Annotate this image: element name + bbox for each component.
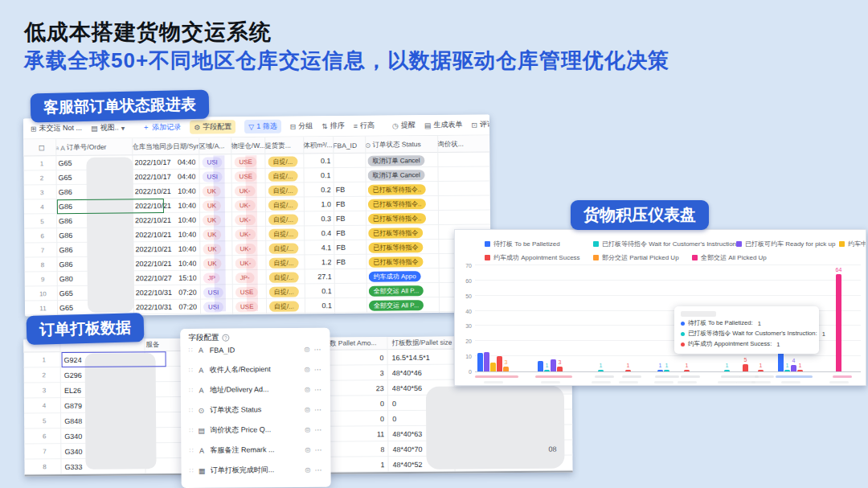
eye-icon[interactable]: ◎ <box>305 406 310 413</box>
pickup-cell[interactable]: 自提/... <box>269 298 305 313</box>
more-icon[interactable]: ⋯ <box>314 385 322 393</box>
volume-cell[interactable]: 1.2 <box>304 255 331 269</box>
row-number-cell[interactable]: 7 <box>28 243 56 257</box>
chart-bar[interactable] <box>791 365 796 371</box>
drag-handle-icon[interactable]: ∷ <box>189 387 193 394</box>
column-header[interactable]: 提货责... <box>264 137 303 154</box>
row-number-cell[interactable]: 5 <box>28 413 60 429</box>
volume-cell[interactable]: 0.1 <box>303 154 330 168</box>
chart-bar[interactable] <box>598 370 604 371</box>
chart-bar[interactable] <box>664 370 669 371</box>
eye-icon[interactable]: ◎ <box>305 366 310 373</box>
legend-item[interactable]: 已打板等待指令 Wait for Customer's Instruction <box>593 240 736 248</box>
volume-cell[interactable]: 0.1 <box>305 298 332 313</box>
drag-handle-icon[interactable]: ∷ <box>189 367 193 374</box>
field-config-item[interactable]: ∷▤询价状态 Price Q...◎⋯ <box>181 420 330 441</box>
eye-icon[interactable]: ◎ <box>305 466 311 474</box>
chart-bar[interactable] <box>490 363 496 371</box>
volume-cell[interactable]: 4.1 <box>304 240 331 255</box>
volume-cell[interactable]: 0.3 <box>304 211 331 226</box>
fba-id-cell[interactable] <box>337 284 366 298</box>
toolbar-sort-button[interactable]: ⇅排序 <box>321 121 345 131</box>
toolbar-remind-button[interactable]: ◷提醒 <box>392 120 416 130</box>
row-number-cell[interactable]: 6 <box>28 429 60 444</box>
toolbar-view-switcher-button[interactable]: ▤视图..▾ <box>91 122 125 133</box>
legend-item[interactable]: 全部交运 All Picked Up <box>692 253 767 262</box>
chart-bar[interactable] <box>784 370 790 371</box>
more-icon[interactable]: ⋯ <box>314 365 322 373</box>
row-number-cell[interactable]: 2 <box>28 367 60 383</box>
status-cell[interactable]: 已打板等待指令.. <box>368 196 437 211</box>
chart-bar[interactable] <box>538 361 543 371</box>
volume-cell[interactable]: 1.0 <box>304 197 331 211</box>
pickup-cell[interactable]: 自提/... <box>268 226 304 240</box>
pickup-cell[interactable]: 自提/... <box>269 269 305 284</box>
legend-item[interactable]: 待打板 To be Palletized <box>485 240 560 248</box>
row-number-cell[interactable]: 1 <box>27 156 55 170</box>
chart-bar[interactable] <box>551 359 556 371</box>
drag-handle-icon[interactable]: ∷ <box>188 347 192 354</box>
fba-id-cell[interactable]: FB <box>336 255 365 269</box>
status-cell[interactable]: 已打板等待指令.. <box>368 211 437 226</box>
row-number-cell[interactable]: 5 <box>28 214 56 228</box>
sync-date-cell[interactable]: 2022/10/2110:40 <box>135 242 196 257</box>
eye-icon[interactable]: ◎ <box>305 386 310 393</box>
pickup-cell[interactable]: 自提/... <box>268 182 304 197</box>
volume-cell[interactable]: 0.1 <box>305 284 332 298</box>
status-cell[interactable]: 已打板等待指令.. <box>368 182 437 197</box>
fba-id-cell[interactable] <box>335 154 364 168</box>
column-header[interactable]: 仓库当地同步日期/Syn... <box>132 138 199 156</box>
drag-handle-icon[interactable]: ∷ <box>189 447 193 454</box>
sync-date-cell[interactable]: 2022/10/2110:40 <box>135 256 196 272</box>
row-number-cell[interactable]: 8 <box>28 459 60 474</box>
row-number-cell[interactable]: 2 <box>28 170 56 185</box>
chart-bar[interactable] <box>836 274 841 371</box>
status-cell[interactable]: 全部交运 All P... <box>369 297 438 313</box>
chart-bar[interactable] <box>625 370 631 371</box>
fba-id-cell[interactable]: FB <box>336 211 365 226</box>
pickup-cell[interactable]: 自提/... <box>268 197 304 211</box>
sync-date-cell[interactable]: 2022/10/2110:40 <box>135 184 196 199</box>
fba-id-cell[interactable] <box>337 269 366 284</box>
chart-bar[interactable] <box>557 367 563 371</box>
sync-date-cell[interactable]: 2022/10/2110:40 <box>135 199 196 214</box>
column-header[interactable]: 区域/A... <box>199 137 231 154</box>
status-cell[interactable]: 已打板等待指令 <box>368 225 437 240</box>
toolbar-filter-button[interactable]: ▽1 筛选 <box>244 120 281 133</box>
select-all-checkbox[interactable]: ☐ <box>39 144 45 152</box>
volume-cell[interactable]: 27.1 <box>305 269 332 284</box>
chart-bar[interactable] <box>477 353 483 371</box>
field-config-item[interactable]: ∷⊙订单状态 Status◎⋯ <box>181 400 330 420</box>
pickup-cell[interactable]: 自提/... <box>268 168 303 182</box>
legend-item[interactable]: 约车中 booking truc <box>839 240 866 248</box>
eye-icon[interactable]: ◎ <box>305 426 310 433</box>
fba-id-cell[interactable]: FB <box>336 197 365 211</box>
chart-bar[interactable] <box>544 370 550 371</box>
column-header[interactable]: FBA_ID <box>333 137 365 154</box>
column-header[interactable]: 物理仓/W... <box>231 137 264 154</box>
toolbar-gen-form-button[interactable]: ▤生成表单 <box>424 120 463 130</box>
column-header[interactable]: 询价状... <box>437 135 487 153</box>
more-icon[interactable]: ⋯ <box>314 445 322 453</box>
more-icon[interactable]: ⋯ <box>314 405 322 413</box>
drag-handle-icon[interactable]: ∷ <box>190 467 194 474</box>
row-number-cell[interactable]: 11 <box>29 301 57 315</box>
fba-id-cell[interactable] <box>335 168 364 182</box>
drag-handle-icon[interactable]: ∷ <box>189 407 193 414</box>
column-header[interactable]: aA订单号/Order <box>55 138 132 156</box>
sync-date-cell[interactable]: 2022/10/2110:40 <box>135 228 196 243</box>
volume-cell[interactable]: 0.4 <box>304 226 331 240</box>
toolbar-view-current-button[interactable]: ⊞未交运 Not ... <box>31 123 82 134</box>
chart-bar[interactable] <box>743 364 748 371</box>
pickup-cell[interactable]: 自提/... <box>269 284 305 298</box>
chart-bar[interactable] <box>684 370 690 371</box>
fba-id-cell[interactable]: FB <box>336 226 365 240</box>
field-config-item[interactable]: ∷A收件人名/Recipient◎⋯ <box>181 359 330 380</box>
legend-item[interactable]: 约车成功 Appointment Sucess <box>485 253 580 262</box>
status-cell[interactable]: 已打板等待指令 <box>368 240 437 255</box>
field-config-item[interactable]: ∷▦订单打板完成时间...◎⋯ <box>181 460 330 481</box>
eye-icon[interactable]: ◎ <box>305 446 310 453</box>
toolbar-comment-button[interactable]: ⊡评论 <box>471 119 491 129</box>
column-header[interactable]: ⊙订单状态 Status <box>365 136 437 154</box>
chart-bar[interactable] <box>797 370 803 371</box>
